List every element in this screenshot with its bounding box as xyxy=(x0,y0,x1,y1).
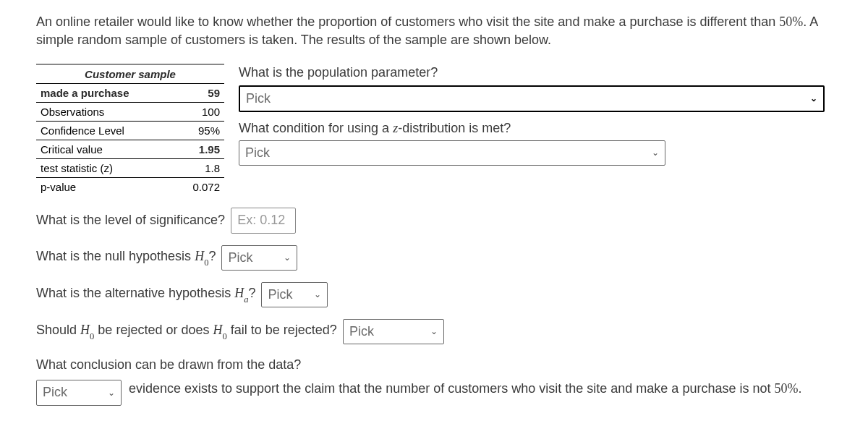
z-condition-question: What condition for using a z-distributio… xyxy=(239,119,832,137)
null-hypothesis-line: What is the null hypothesis H0? Pick ⌄ xyxy=(36,245,832,271)
row-label: made a purchase xyxy=(36,84,174,103)
row-value: 95% xyxy=(174,122,224,140)
conclusion-text: evidence exists to support the claim tha… xyxy=(129,380,832,398)
intro-part1: An online retailer would like to know wh… xyxy=(36,14,779,29)
row-value: 1.95 xyxy=(174,140,224,159)
row-value: 59 xyxy=(174,84,224,103)
reject-line: Should H0 be rejected or does H0 fail to… xyxy=(36,319,832,344)
significance-input[interactable]: Ex: 0.12 xyxy=(231,208,296,233)
select-placeholder: Pick xyxy=(246,90,271,108)
h0-symbol: H0 xyxy=(195,249,208,263)
conclusion-select[interactable]: Pick ⌄ xyxy=(36,380,122,405)
problem-intro: An online retailer would like to know wh… xyxy=(36,13,832,49)
row-value: 1.8 xyxy=(174,159,224,178)
significance-level-line: What is the level of significance? Ex: 0… xyxy=(36,208,832,233)
row-label: Critical value xyxy=(36,140,174,159)
conclusion-line: Pick ⌄ evidence exists to support the cl… xyxy=(36,380,832,405)
select-placeholder: Pick xyxy=(349,323,374,341)
row-label: p-value xyxy=(36,178,174,197)
select-placeholder: Pick xyxy=(245,144,270,162)
ha-symbol: Ha xyxy=(234,286,248,300)
table-row: Critical value1.95 xyxy=(36,140,224,159)
table-row: Observations100 xyxy=(36,103,224,122)
select-placeholder: Pick xyxy=(268,286,292,304)
population-parameter-question: What is the population parameter? xyxy=(239,64,832,82)
null-hypothesis-select[interactable]: Pick ⌄ xyxy=(221,245,297,271)
h0-symbol: H0 xyxy=(80,323,94,337)
row-label: Confidence Level xyxy=(36,122,174,140)
chevron-down-icon: ⌄ xyxy=(284,252,291,264)
customer-sample-table: Customer sample made a purchase59 Observ… xyxy=(36,64,224,196)
conclusion-question: What conclusion can be drawn from the da… xyxy=(36,356,832,374)
chevron-down-icon: ⌄ xyxy=(314,289,321,301)
table-row: made a purchase59 xyxy=(36,84,224,103)
h0-symbol: H0 xyxy=(213,323,226,337)
alt-hypothesis-line: What is the alternative hypothesis Ha? P… xyxy=(36,282,832,307)
table-row: Confidence Level95% xyxy=(36,122,224,140)
z-condition-select[interactable]: Pick ⌄ xyxy=(239,140,665,166)
select-placeholder: Pick xyxy=(43,383,67,401)
row-label: Observations xyxy=(36,103,174,122)
table-row: test statistic (z)1.8 xyxy=(36,159,224,178)
chevron-down-icon: ⌄ xyxy=(108,387,115,399)
chevron-down-icon: ⌄ xyxy=(810,93,817,105)
population-parameter-select[interactable]: Pick ⌄ xyxy=(239,85,825,112)
table-header: Customer sample xyxy=(36,64,224,84)
row-label: test statistic (z) xyxy=(36,159,174,178)
chevron-down-icon: ⌄ xyxy=(430,326,438,338)
reject-select[interactable]: Pick ⌄ xyxy=(343,319,444,344)
row-value: 0.072 xyxy=(174,178,224,197)
chevron-down-icon: ⌄ xyxy=(652,147,659,159)
row-value: 100 xyxy=(174,103,224,122)
alt-hypothesis-select[interactable]: Pick ⌄ xyxy=(261,282,328,307)
significance-question: What is the level of significance? xyxy=(36,211,225,229)
select-placeholder: Pick xyxy=(228,249,252,267)
table-row: p-value0.072 xyxy=(36,178,224,197)
intro-percent: 50% xyxy=(779,14,803,29)
